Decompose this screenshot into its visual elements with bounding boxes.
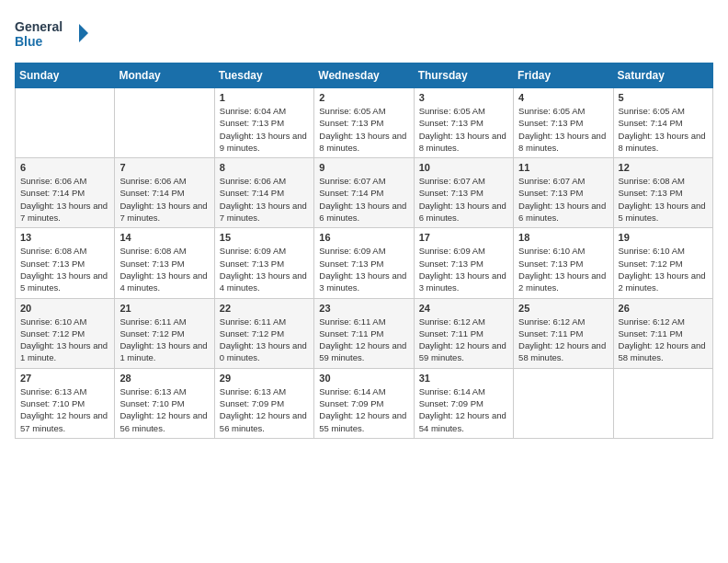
calendar-cell bbox=[514, 368, 613, 438]
day-number: 14 bbox=[119, 232, 209, 243]
calendar-cell: 28Sunrise: 6:13 AM Sunset: 7:10 PM Dayli… bbox=[115, 368, 214, 438]
calendar-week-row: 27Sunrise: 6:13 AM Sunset: 7:10 PM Dayli… bbox=[16, 368, 713, 438]
day-number: 19 bbox=[619, 232, 708, 243]
day-info: Sunrise: 6:05 AM Sunset: 7:14 PM Dayligh… bbox=[619, 105, 708, 154]
day-number: 28 bbox=[119, 373, 209, 384]
calendar-cell: 10Sunrise: 6:07 AM Sunset: 7:13 PM Dayli… bbox=[414, 158, 513, 228]
day-number: 6 bbox=[20, 162, 109, 173]
day-number: 24 bbox=[419, 303, 508, 314]
day-info: Sunrise: 6:05 AM Sunset: 7:13 PM Dayligh… bbox=[518, 105, 608, 154]
calendar-cell: 27Sunrise: 6:13 AM Sunset: 7:10 PM Dayli… bbox=[16, 368, 115, 438]
day-info: Sunrise: 6:09 AM Sunset: 7:13 PM Dayligh… bbox=[419, 245, 508, 293]
calendar-cell: 5Sunrise: 6:05 AM Sunset: 7:14 PM Daylig… bbox=[613, 88, 712, 158]
day-number: 21 bbox=[119, 303, 209, 314]
day-info: Sunrise: 6:06 AM Sunset: 7:14 PM Dayligh… bbox=[119, 175, 209, 224]
calendar-header-row: SundayMondayTuesdayWednesdayThursdayFrid… bbox=[16, 63, 713, 88]
calendar-cell: 21Sunrise: 6:11 AM Sunset: 7:12 PM Dayli… bbox=[115, 298, 214, 368]
calendar-cell: 7Sunrise: 6:06 AM Sunset: 7:14 PM Daylig… bbox=[115, 158, 214, 228]
day-number: 17 bbox=[419, 232, 508, 243]
calendar-cell bbox=[115, 88, 214, 158]
day-header-thursday: Thursday bbox=[414, 63, 513, 88]
day-number: 13 bbox=[20, 232, 109, 243]
day-info: Sunrise: 6:05 AM Sunset: 7:13 PM Dayligh… bbox=[419, 105, 508, 154]
calendar-cell: 14Sunrise: 6:08 AM Sunset: 7:13 PM Dayli… bbox=[115, 228, 214, 298]
calendar-cell bbox=[613, 368, 712, 438]
day-number: 12 bbox=[619, 162, 708, 173]
day-info: Sunrise: 6:10 AM Sunset: 7:13 PM Dayligh… bbox=[518, 245, 608, 293]
day-info: Sunrise: 6:08 AM Sunset: 7:13 PM Dayligh… bbox=[119, 245, 209, 293]
calendar-week-row: 13Sunrise: 6:08 AM Sunset: 7:13 PM Dayli… bbox=[16, 228, 713, 298]
calendar-cell: 25Sunrise: 6:12 AM Sunset: 7:11 PM Dayli… bbox=[514, 298, 613, 368]
calendar-cell: 6Sunrise: 6:06 AM Sunset: 7:14 PM Daylig… bbox=[16, 158, 115, 228]
day-number: 26 bbox=[619, 303, 708, 314]
day-info: Sunrise: 6:12 AM Sunset: 7:11 PM Dayligh… bbox=[419, 316, 508, 364]
logo-svg: General Blue bbox=[15, 15, 88, 52]
calendar-cell: 12Sunrise: 6:08 AM Sunset: 7:13 PM Dayli… bbox=[613, 158, 712, 228]
day-number: 4 bbox=[518, 92, 608, 103]
day-number: 20 bbox=[20, 303, 109, 314]
day-number: 30 bbox=[319, 373, 408, 384]
day-number: 23 bbox=[319, 303, 408, 314]
calendar-cell: 30Sunrise: 6:14 AM Sunset: 7:09 PM Dayli… bbox=[314, 368, 414, 438]
calendar-cell: 31Sunrise: 6:14 AM Sunset: 7:09 PM Dayli… bbox=[414, 368, 513, 438]
day-info: Sunrise: 6:05 AM Sunset: 7:13 PM Dayligh… bbox=[319, 105, 408, 154]
day-header-sunday: Sunday bbox=[16, 63, 115, 88]
day-header-wednesday: Wednesday bbox=[314, 63, 414, 88]
calendar-cell: 3Sunrise: 6:05 AM Sunset: 7:13 PM Daylig… bbox=[414, 88, 513, 158]
day-number: 29 bbox=[220, 373, 309, 384]
calendar-cell: 2Sunrise: 6:05 AM Sunset: 7:13 PM Daylig… bbox=[314, 88, 414, 158]
day-info: Sunrise: 6:07 AM Sunset: 7:14 PM Dayligh… bbox=[319, 175, 408, 224]
day-number: 11 bbox=[518, 162, 608, 173]
calendar-table: SundayMondayTuesdayWednesdayThursdayFrid… bbox=[15, 63, 713, 439]
calendar-week-row: 20Sunrise: 6:10 AM Sunset: 7:12 PM Dayli… bbox=[16, 298, 713, 368]
day-info: Sunrise: 6:13 AM Sunset: 7:10 PM Dayligh… bbox=[119, 385, 209, 434]
day-number: 16 bbox=[319, 232, 408, 243]
day-number: 31 bbox=[419, 373, 508, 384]
day-number: 22 bbox=[220, 303, 309, 314]
day-info: Sunrise: 6:06 AM Sunset: 7:14 PM Dayligh… bbox=[20, 175, 109, 224]
calendar-cell: 26Sunrise: 6:12 AM Sunset: 7:11 PM Dayli… bbox=[613, 298, 712, 368]
day-header-saturday: Saturday bbox=[613, 63, 712, 88]
day-info: Sunrise: 6:11 AM Sunset: 7:12 PM Dayligh… bbox=[119, 316, 209, 364]
day-number: 5 bbox=[619, 92, 708, 103]
day-number: 7 bbox=[119, 162, 209, 173]
page-header: General Blue bbox=[15, 15, 713, 52]
day-number: 27 bbox=[20, 373, 109, 384]
day-info: Sunrise: 6:09 AM Sunset: 7:13 PM Dayligh… bbox=[319, 245, 408, 293]
day-number: 2 bbox=[319, 92, 408, 103]
day-info: Sunrise: 6:08 AM Sunset: 7:13 PM Dayligh… bbox=[20, 245, 109, 293]
calendar-cell: 20Sunrise: 6:10 AM Sunset: 7:12 PM Dayli… bbox=[16, 298, 115, 368]
day-number: 8 bbox=[220, 162, 309, 173]
calendar-cell: 9Sunrise: 6:07 AM Sunset: 7:14 PM Daylig… bbox=[314, 158, 414, 228]
day-number: 18 bbox=[518, 232, 608, 243]
day-info: Sunrise: 6:13 AM Sunset: 7:09 PM Dayligh… bbox=[220, 385, 309, 434]
day-number: 1 bbox=[220, 92, 309, 103]
calendar-cell: 18Sunrise: 6:10 AM Sunset: 7:13 PM Dayli… bbox=[514, 228, 613, 298]
day-number: 3 bbox=[419, 92, 508, 103]
day-info: Sunrise: 6:07 AM Sunset: 7:13 PM Dayligh… bbox=[518, 175, 608, 224]
day-header-friday: Friday bbox=[514, 63, 613, 88]
day-info: Sunrise: 6:10 AM Sunset: 7:12 PM Dayligh… bbox=[619, 245, 708, 293]
day-info: Sunrise: 6:13 AM Sunset: 7:10 PM Dayligh… bbox=[20, 385, 109, 434]
calendar-cell: 29Sunrise: 6:13 AM Sunset: 7:09 PM Dayli… bbox=[214, 368, 313, 438]
calendar-cell: 13Sunrise: 6:08 AM Sunset: 7:13 PM Dayli… bbox=[16, 228, 115, 298]
day-number: 15 bbox=[220, 232, 309, 243]
svg-text:General: General bbox=[15, 19, 63, 34]
calendar-cell: 8Sunrise: 6:06 AM Sunset: 7:14 PM Daylig… bbox=[214, 158, 313, 228]
calendar-cell: 1Sunrise: 6:04 AM Sunset: 7:13 PM Daylig… bbox=[214, 88, 313, 158]
calendar-cell: 23Sunrise: 6:11 AM Sunset: 7:11 PM Dayli… bbox=[314, 298, 414, 368]
day-info: Sunrise: 6:04 AM Sunset: 7:13 PM Dayligh… bbox=[220, 105, 309, 154]
calendar-cell: 24Sunrise: 6:12 AM Sunset: 7:11 PM Dayli… bbox=[414, 298, 513, 368]
day-header-monday: Monday bbox=[115, 63, 214, 88]
calendar-cell bbox=[16, 88, 115, 158]
calendar-cell: 22Sunrise: 6:11 AM Sunset: 7:12 PM Dayli… bbox=[214, 298, 313, 368]
day-info: Sunrise: 6:09 AM Sunset: 7:13 PM Dayligh… bbox=[220, 245, 309, 293]
logo: General Blue bbox=[15, 15, 88, 52]
calendar-cell: 11Sunrise: 6:07 AM Sunset: 7:13 PM Dayli… bbox=[514, 158, 613, 228]
svg-marker-2 bbox=[79, 24, 88, 42]
day-info: Sunrise: 6:14 AM Sunset: 7:09 PM Dayligh… bbox=[419, 385, 508, 434]
calendar-cell: 17Sunrise: 6:09 AM Sunset: 7:13 PM Dayli… bbox=[414, 228, 513, 298]
calendar-week-row: 6Sunrise: 6:06 AM Sunset: 7:14 PM Daylig… bbox=[16, 158, 713, 228]
calendar-cell: 15Sunrise: 6:09 AM Sunset: 7:13 PM Dayli… bbox=[214, 228, 313, 298]
day-number: 9 bbox=[319, 162, 408, 173]
